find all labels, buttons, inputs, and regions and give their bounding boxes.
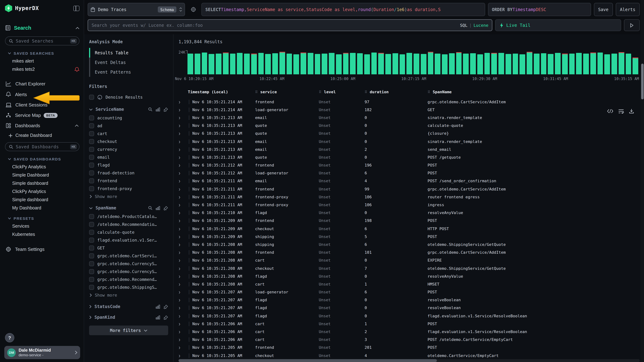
create-dashboard-button[interactable]: Create Dashboard bbox=[4, 131, 80, 140]
schema-badge[interactable]: Schema bbox=[158, 6, 176, 12]
drag-handle-icon[interactable]: ⠿ bbox=[364, 90, 367, 94]
drag-handle-icon[interactable]: ⠿ bbox=[428, 90, 430, 94]
sidebar-item-service-map[interactable]: Service MapBETA bbox=[4, 110, 80, 120]
table-row[interactable]: ❯│Nov 6 10:35:21.209 AMshippingUnset5POS… bbox=[178, 233, 644, 240]
expand-row-button[interactable]: ❯ bbox=[178, 115, 188, 120]
histogram-bar[interactable] bbox=[562, 54, 568, 74]
expand-row-button[interactable]: ❯ bbox=[178, 345, 188, 350]
histogram-bar[interactable] bbox=[484, 53, 490, 74]
chart-icon[interactable] bbox=[156, 107, 160, 112]
histogram-bar[interactable] bbox=[618, 53, 624, 74]
table-row[interactable]: ❯│Nov 6 10:35:21.208 AMshippingUnset6ote… bbox=[178, 241, 644, 249]
filter-option[interactable]: grpc.oteldemo.CurrencyS… bbox=[89, 268, 168, 276]
pin-icon[interactable] bbox=[164, 315, 168, 320]
histogram-bar[interactable] bbox=[329, 53, 334, 74]
histogram-bar[interactable] bbox=[492, 54, 497, 74]
filter-option[interactable]: /oteldemo.Recommendatio… bbox=[89, 220, 168, 228]
expand-row-button[interactable]: ❯ bbox=[178, 108, 188, 112]
expand-row-button[interactable]: ❯ bbox=[178, 322, 188, 326]
checkbox[interactable] bbox=[89, 171, 94, 176]
sidebar-item-team-settings[interactable]: Team Settings bbox=[4, 244, 80, 254]
filter-option[interactable]: checkout bbox=[89, 138, 168, 146]
checkbox[interactable] bbox=[89, 123, 94, 128]
histogram-bar[interactable] bbox=[216, 54, 222, 74]
histogram-bar[interactable] bbox=[315, 54, 320, 74]
chart-icon[interactable] bbox=[156, 305, 160, 309]
histogram-bar[interactable] bbox=[209, 54, 214, 74]
table-row[interactable]: ❯│Nov 6 10:35:21.213 AMemailUnset0sinatr… bbox=[178, 114, 644, 122]
histogram-bar[interactable] bbox=[336, 54, 342, 74]
checkbox[interactable] bbox=[89, 269, 94, 274]
filter-option[interactable]: GET bbox=[89, 244, 168, 252]
wrap-text-icon[interactable] bbox=[618, 109, 624, 113]
histogram-bar[interactable] bbox=[534, 54, 540, 74]
saved-dashboard-item[interactable]: ClickPy Analytics bbox=[4, 163, 80, 171]
collapse-sidebar-icon[interactable] bbox=[73, 5, 80, 11]
table-row[interactable]: ❯│Nov 6 10:35:21.205 AMfrontendUnset201P… bbox=[178, 344, 644, 352]
presets-group-label[interactable]: PRESETS bbox=[8, 216, 80, 220]
analysis-mode-event-deltas[interactable]: Event Deltas bbox=[89, 57, 168, 67]
expand-row-button[interactable]: ❯ bbox=[178, 290, 188, 294]
histogram-bar[interactable] bbox=[435, 53, 440, 74]
toggle-sql[interactable]: SQL bbox=[460, 23, 468, 28]
sidebar-item-client-sessions[interactable]: Client Sessions bbox=[4, 100, 80, 110]
expand-row-button[interactable]: ❯ bbox=[178, 234, 188, 239]
code-icon[interactable] bbox=[607, 109, 613, 113]
checkbox[interactable] bbox=[89, 285, 94, 290]
preset-item[interactable]: Services bbox=[4, 222, 80, 230]
expand-row-button[interactable]: ❯ bbox=[178, 353, 188, 358]
table-row[interactable]: ❯│Nov 6 10:35:21.208 AMcheckoutUnset7ote… bbox=[178, 264, 644, 272]
pin-icon[interactable] bbox=[164, 107, 168, 112]
histogram-bar[interactable] bbox=[597, 53, 603, 74]
histogram-bar[interactable] bbox=[506, 54, 511, 74]
table-row[interactable]: ❯│Nov 6 10:35:21.211 AMfrontend-proxyUns… bbox=[178, 193, 644, 201]
expand-row-button[interactable]: ❯ bbox=[178, 187, 188, 191]
expand-row-button[interactable]: ❯ bbox=[178, 210, 188, 215]
filter-option[interactable]: accounting bbox=[89, 114, 168, 122]
pin-icon[interactable] bbox=[164, 206, 168, 210]
preset-item[interactable]: Kubernetes bbox=[4, 230, 80, 238]
checkbox[interactable] bbox=[89, 155, 94, 160]
denoise-results-checkbox[interactable]: Denoise Results bbox=[89, 93, 168, 101]
filter-option[interactable]: grpc.oteldemo.Recommend… bbox=[89, 276, 168, 283]
run-query-button[interactable] bbox=[624, 19, 640, 31]
table-row[interactable]: ❯│Nov 6 10:35:21.209 AMfrontendUnset198P… bbox=[178, 217, 644, 225]
checkbox[interactable] bbox=[89, 277, 94, 282]
horizontal-scrollbar-thumb[interactable] bbox=[178, 359, 437, 362]
expand-row-button[interactable]: ❯ bbox=[178, 131, 188, 136]
histogram-bar[interactable] bbox=[576, 53, 582, 74]
histogram-bar[interactable] bbox=[188, 53, 193, 74]
histogram-bar[interactable] bbox=[392, 53, 398, 74]
results-histogram[interactable]: 24K bbox=[178, 52, 639, 74]
language-toggle[interactable]: SQL|Lucene bbox=[460, 23, 488, 28]
filter-option[interactable]: calculate-quote bbox=[89, 228, 168, 236]
table-row[interactable]: ❯│Nov 6 10:35:21.213 AMquoteUnset0{closu… bbox=[178, 130, 644, 138]
histogram-bar[interactable] bbox=[604, 54, 610, 74]
histogram-bar[interactable] bbox=[350, 53, 356, 74]
histogram-bar[interactable] bbox=[463, 54, 469, 74]
filter-group-spankind[interactable]: SpanKind bbox=[89, 315, 168, 320]
analysis-mode-event-patterns[interactable]: Event Patterns bbox=[89, 67, 168, 77]
column-header[interactable]: ⠿duration bbox=[364, 90, 428, 94]
table-row[interactable]: ❯│Nov 6 10:35:21.207 AMflagdUnset0resolv… bbox=[178, 296, 644, 304]
histogram-bar[interactable] bbox=[280, 53, 285, 74]
filter-option[interactable]: fraud-detection bbox=[89, 169, 168, 177]
histogram-bar[interactable] bbox=[612, 53, 617, 74]
histogram-bar[interactable] bbox=[428, 53, 434, 74]
sidebar-item-alerts[interactable]: Alerts bbox=[4, 89, 80, 100]
checkbox[interactable] bbox=[89, 131, 94, 136]
expand-row-button[interactable]: ❯ bbox=[178, 195, 188, 199]
histogram-bar[interactable] bbox=[364, 54, 370, 74]
expand-row-button[interactable]: ❯ bbox=[178, 258, 188, 263]
filter-option[interactable]: grpc.oteldemo.CartServi… bbox=[89, 252, 168, 260]
expand-row-button[interactable]: ❯ bbox=[178, 337, 188, 342]
chart-icon[interactable] bbox=[156, 206, 160, 210]
table-row[interactable]: ❯│Nov 6 10:35:21.205 AMcheckoutUnset4ote… bbox=[178, 352, 644, 360]
saved-dashboards-input[interactable]: Saved Dashboards ⌘K bbox=[5, 142, 80, 151]
histogram-bar[interactable] bbox=[498, 53, 504, 74]
saved-dashboard-item[interactable]: ClickPy Analytics bbox=[4, 187, 80, 195]
checkbox[interactable] bbox=[89, 186, 94, 191]
source-settings-button[interactable] bbox=[188, 3, 198, 16]
histogram-bar[interactable] bbox=[308, 53, 314, 74]
checkbox[interactable] bbox=[89, 178, 94, 183]
